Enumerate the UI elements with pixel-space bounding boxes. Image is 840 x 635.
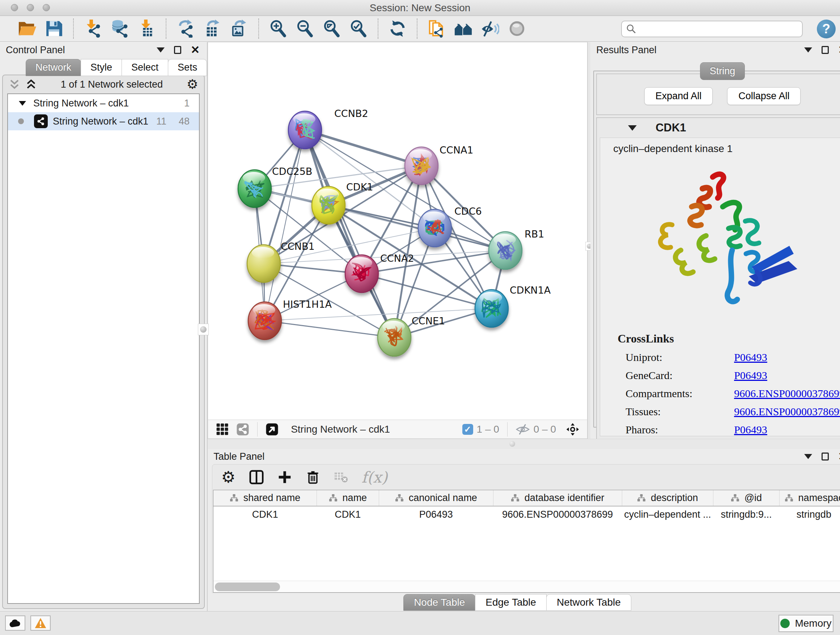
zoom-out-button[interactable]: [295, 19, 315, 38]
collapse-all-button[interactable]: Collapse All: [727, 87, 801, 105]
cloud-button[interactable]: [5, 616, 25, 631]
export-table-button[interactable]: [202, 19, 222, 38]
table-row[interactable]: CDK1CDK1P064939606.ENSP00000378699cyclin…: [213, 506, 840, 523]
network-share-icon[interactable]: [235, 422, 250, 437]
table-cell[interactable]: CDK1: [213, 506, 317, 523]
crosslink-link[interactable]: 9606.ENSP00000378699: [734, 387, 840, 400]
fit-center-icon[interactable]: [565, 422, 580, 437]
export-network-button[interactable]: [176, 19, 195, 38]
network-node-CDC6[interactable]: [418, 209, 452, 247]
import-table-button[interactable]: [137, 19, 156, 38]
tab-network-table[interactable]: Network Table: [546, 594, 631, 611]
table-cell[interactable]: stringdb:9...: [714, 506, 780, 523]
close-panel-icon[interactable]: ✕: [838, 46, 840, 54]
close-window-button[interactable]: [11, 4, 18, 11]
tab-style[interactable]: Style: [81, 59, 122, 76]
table-cell[interactable]: cyclin–dependent ...: [622, 506, 713, 523]
table-cell[interactable]: CDK1: [317, 506, 379, 523]
tree-expander-icon[interactable]: [19, 101, 26, 106]
network-node-CCNE1[interactable]: [378, 318, 411, 356]
column-header-database-identifier[interactable]: database identifier: [493, 490, 622, 506]
collapse-all-icon[interactable]: [9, 79, 20, 90]
table-cell[interactable]: 9606.ENSP00000378699: [493, 506, 622, 523]
selected-checkbox-icon[interactable]: ✓: [462, 424, 473, 435]
crosslink-link[interactable]: 9606.ENSP00000378699: [734, 405, 840, 418]
crosslink-link[interactable]: P06493: [734, 424, 767, 436]
float-panel-icon[interactable]: [821, 46, 829, 54]
network-canvas[interactable]: CCNB2CCNA1CDC25BCDK1CDC6RB1CCNB1CCNA2CDK…: [208, 42, 587, 420]
maximize-window-button[interactable]: [43, 4, 50, 11]
network-edge[interactable]: [265, 321, 394, 337]
collapse-entry-icon[interactable]: [628, 125, 637, 131]
table-horizontal-scrollbar[interactable]: [213, 581, 840, 592]
network-node-CCNB1[interactable]: [247, 245, 280, 282]
results-panel-divider[interactable]: [587, 42, 591, 439]
zoom-selected-button[interactable]: [349, 19, 368, 38]
zoom-in-button[interactable]: [268, 19, 288, 38]
network-edge[interactable]: [362, 274, 492, 309]
import-network-from-database-button[interactable]: [110, 19, 129, 38]
crosslink-link[interactable]: P06493: [734, 351, 767, 363]
column-header-canonical-name[interactable]: canonical name: [379, 490, 493, 506]
search-field[interactable]: [639, 23, 798, 35]
string-document-button[interactable]: [427, 19, 447, 38]
memory-button[interactable]: Memory: [778, 615, 834, 632]
network-tree-row[interactable]: String Network – cdk11148: [8, 112, 199, 130]
zoom-fit-button[interactable]: [322, 19, 341, 38]
tab-node-table[interactable]: Node Table: [403, 594, 475, 611]
warning-button[interactable]: [30, 616, 51, 631]
divider-handle[interactable]: [509, 441, 515, 447]
tab-edge-table[interactable]: Edge Table: [475, 594, 546, 611]
network-edge[interactable]: [305, 130, 422, 166]
network-node-CCNA1[interactable]: [405, 147, 438, 185]
open-session-button[interactable]: [17, 19, 37, 38]
expand-all-icon[interactable]: [25, 79, 37, 90]
import-network-button[interactable]: [83, 19, 103, 38]
minimize-window-button[interactable]: [27, 4, 34, 11]
panel-menu-icon[interactable]: [804, 454, 812, 459]
delete-column-icon[interactable]: [305, 469, 321, 485]
help-button[interactable]: ?: [817, 19, 836, 38]
network-node-RB1[interactable]: [489, 232, 522, 269]
network-node-CDC25B[interactable]: [238, 170, 271, 207]
string-home-button[interactable]: [454, 19, 473, 38]
tab-sets[interactable]: Sets: [168, 59, 207, 76]
column-header-name[interactable]: name: [317, 490, 379, 506]
close-panel-icon[interactable]: ✕: [191, 46, 200, 54]
birds-eye-view-icon[interactable]: [265, 422, 279, 437]
divider-handle[interactable]: [198, 324, 209, 335]
column-header-shared-name[interactable]: shared name: [213, 490, 317, 506]
float-panel-icon[interactable]: [821, 453, 829, 461]
network-options-gear-icon[interactable]: ⚙: [187, 78, 198, 91]
table-cell[interactable]: P06493: [379, 506, 493, 523]
network-node-CDK1[interactable]: [312, 187, 345, 224]
table-options-gear-icon[interactable]: ⚙: [220, 469, 236, 485]
network-node-HIST1H1A[interactable]: [248, 302, 281, 340]
network-node-CCNA2[interactable]: [345, 255, 378, 293]
table-panel-divider[interactable]: [208, 439, 840, 449]
export-image-button[interactable]: [229, 19, 249, 38]
column-header-namespac[interactable]: namespac: [779, 490, 840, 506]
grid-view-icon[interactable]: [215, 422, 230, 437]
string-show-button[interactable]: [507, 19, 527, 38]
network-node-CDKN1A[interactable]: [475, 290, 508, 327]
float-panel-icon[interactable]: [174, 46, 181, 54]
save-session-button[interactable]: [44, 19, 64, 38]
column-header-description[interactable]: description: [622, 490, 713, 506]
column-header-at-id[interactable]: @id: [714, 490, 780, 506]
network-node-CCNB2[interactable]: [288, 111, 322, 149]
panel-menu-icon[interactable]: [804, 48, 812, 52]
network-edge[interactable]: [265, 130, 305, 321]
panel-menu-icon[interactable]: [156, 48, 164, 52]
show-columns-icon[interactable]: [248, 469, 264, 485]
refresh-button[interactable]: [388, 19, 407, 38]
crosslink-link[interactable]: P06493: [734, 369, 767, 382]
tab-select[interactable]: Select: [122, 59, 168, 76]
search-input[interactable]: [621, 21, 803, 37]
string-hide-button[interactable]: [480, 19, 500, 38]
network-tree-row[interactable]: String Network – cdk11: [8, 94, 199, 112]
add-column-icon[interactable]: [277, 469, 293, 485]
tab-string[interactable]: String: [700, 62, 745, 80]
close-panel-icon[interactable]: ✕: [838, 453, 840, 460]
expand-all-button[interactable]: Expand All: [644, 87, 713, 105]
